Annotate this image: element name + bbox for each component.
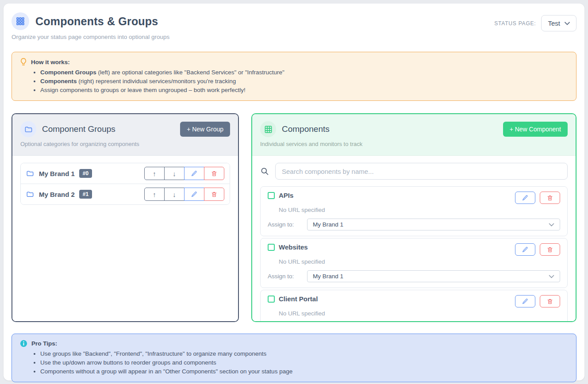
trash-icon <box>211 170 217 177</box>
group-order-badge: #0 <box>79 169 92 178</box>
pencil-icon <box>522 246 528 253</box>
move-down-button[interactable]: ↓ <box>164 167 184 180</box>
pro-tips-box: Pro Tips: Use groups like "Backend", "Fr… <box>12 334 576 382</box>
folder-icon <box>26 190 34 198</box>
chevron-down-icon <box>565 22 570 25</box>
component-card: Client Portal No URL specified <box>260 290 568 322</box>
assign-group-select[interactable]: My Brand 1 <box>307 270 560 282</box>
page-header: Components & Groups Organize your status… <box>12 12 576 40</box>
main-card: Components & Groups Organize your status… <box>4 4 584 380</box>
pencil-icon <box>191 191 197 197</box>
trash-icon <box>547 246 553 253</box>
component-name: Websites <box>279 243 308 251</box>
folder-icon <box>26 169 34 177</box>
group-name: My Brand 2 <box>39 191 75 198</box>
pencil-icon <box>522 195 528 201</box>
component-url-note: No URL specified <box>279 258 560 265</box>
new-group-button[interactable]: + New Group <box>180 122 230 137</box>
table-grid-icon <box>260 121 276 137</box>
group-order-badge: #1 <box>79 190 92 199</box>
page-title: Components & Groups <box>35 15 158 28</box>
how-it-works-item: Assign components to groups or leave the… <box>40 87 568 93</box>
component-url-note: No URL specified <box>279 310 560 317</box>
how-it-works-item: Components (right) represent individual … <box>40 78 568 84</box>
lightbulb-icon <box>20 58 27 66</box>
apps-grid-icon <box>12 12 29 30</box>
pro-tips-item: Use the up/down arrow buttons to reorder… <box>40 359 568 366</box>
delete-group-button[interactable] <box>204 188 224 201</box>
search-input[interactable] <box>275 163 568 180</box>
arrow-up-icon: ↑ <box>153 191 156 198</box>
components-panel-subtitle: Individual services and monitors to trac… <box>260 141 568 147</box>
move-down-button[interactable]: ↓ <box>164 188 184 201</box>
move-up-button[interactable]: ↑ <box>144 167 165 180</box>
component-card: APIs No URL specified A <box>260 186 568 236</box>
delete-component-button[interactable] <box>540 192 560 204</box>
component-checkbox[interactable] <box>268 296 275 303</box>
pencil-icon <box>191 170 197 177</box>
folder-icon <box>20 121 36 137</box>
edit-component-button[interactable] <box>515 192 535 204</box>
pencil-icon <box>522 298 528 304</box>
groups-panel-header: Component Groups + New Group Optional ca… <box>12 114 238 156</box>
component-name: APIs <box>279 192 293 199</box>
pro-tips-list: Use groups like "Backend", "Frontend", "… <box>40 350 568 375</box>
page-subtitle: Organize your status page components int… <box>12 34 169 40</box>
assigned-group-value: My Brand 1 <box>313 273 343 280</box>
trash-icon <box>211 191 217 198</box>
groups-panel-title: Component Groups <box>42 124 115 134</box>
chevron-down-icon <box>549 223 554 227</box>
group-list: My Brand 1 #0 ↑ ↓ <box>20 163 230 205</box>
move-up-button[interactable]: ↑ <box>144 188 165 201</box>
group-row: My Brand 1 #0 ↑ ↓ <box>21 163 230 184</box>
how-it-works-list: Component Groups (left) are optional cat… <box>40 69 568 93</box>
group-row: My Brand 2 #1 ↑ ↓ <box>21 184 230 204</box>
edit-component-button[interactable] <box>515 243 535 256</box>
arrow-down-icon: ↓ <box>173 170 176 177</box>
chevron-down-icon <box>549 275 554 278</box>
assign-to-label: Assign to: <box>268 273 307 280</box>
status-page-value: Test <box>548 19 560 27</box>
pro-tips-title: Pro Tips: <box>31 340 57 347</box>
info-icon <box>20 340 27 347</box>
how-it-works-box: How it works: Component Groups (left) ar… <box>12 52 576 101</box>
trash-icon <box>547 298 553 305</box>
trash-icon <box>547 195 553 201</box>
component-groups-panel: Component Groups + New Group Optional ca… <box>12 113 239 322</box>
delete-group-button[interactable] <box>204 167 224 180</box>
status-page-select[interactable]: Test <box>541 15 576 31</box>
edit-group-button[interactable] <box>184 167 204 180</box>
edit-group-button[interactable] <box>184 188 204 201</box>
component-card: Websites No URL specified <box>260 238 568 288</box>
pro-tips-item: Components without a group will appear i… <box>40 368 568 375</box>
groups-panel-subtitle: Optional categories for organizing compo… <box>20 141 230 147</box>
components-panel: Components + New Component Individual se… <box>251 113 576 322</box>
components-panel-header: Components + New Component Individual se… <box>252 114 576 156</box>
search-icon <box>260 167 269 176</box>
edit-component-button[interactable] <box>515 295 535 307</box>
components-panel-title: Components <box>282 124 330 134</box>
pro-tips-item: Use groups like "Backend", "Frontend", "… <box>40 350 568 357</box>
delete-component-button[interactable] <box>540 295 560 307</box>
assign-to-label: Assign to: <box>268 221 307 228</box>
arrow-up-icon: ↑ <box>153 170 156 177</box>
component-checkbox[interactable] <box>268 244 275 251</box>
component-url-note: No URL specified <box>279 207 560 213</box>
component-name: Client Portal <box>279 295 318 303</box>
arrow-down-icon: ↓ <box>173 191 176 198</box>
how-it-works-title: How it works: <box>31 59 70 65</box>
new-component-button[interactable]: + New Component <box>503 122 568 137</box>
how-it-works-item: Component Groups (left) are optional cat… <box>40 69 568 76</box>
delete-component-button[interactable] <box>540 243 560 256</box>
status-page-label: STATUS PAGE: <box>494 20 536 27</box>
component-checkbox[interactable] <box>268 192 275 199</box>
assigned-group-value: My Brand 1 <box>313 221 343 228</box>
group-name: My Brand 1 <box>39 170 75 177</box>
assign-group-select[interactable]: My Brand 1 <box>307 219 560 230</box>
